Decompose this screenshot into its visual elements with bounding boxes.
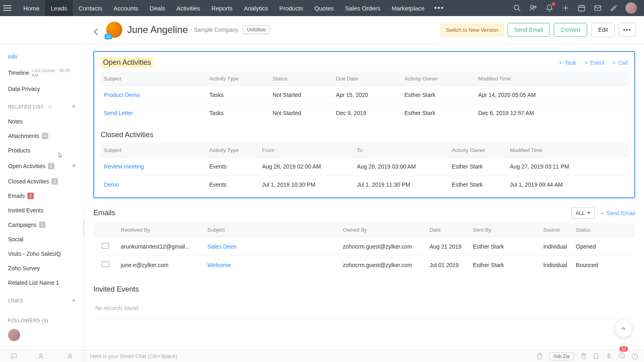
sidebar-open-activities[interactable]: Open Activities 2 + — [8, 158, 76, 174]
contacts-icon[interactable] — [38, 353, 45, 360]
add-event-button[interactable]: Event — [584, 60, 605, 66]
sidebar-social[interactable]: Social — [8, 232, 76, 247]
sidebar-emails[interactable]: Emails 2 — [8, 189, 76, 203]
person-icon[interactable] — [66, 353, 74, 360]
ask-zia-button[interactable]: Ask Zia — [549, 352, 574, 360]
mail-icon[interactable] — [593, 4, 602, 12]
table-cell-link[interactable]: Send Letter — [101, 104, 206, 122]
table-cell-link[interactable]: Welcome — [204, 256, 340, 274]
emails-table: Received BySubjectOwned ByDateSent BySou… — [93, 223, 635, 274]
sidebar-collapse-handle[interactable] — [83, 221, 85, 237]
topnav-leads[interactable]: Leads — [45, 0, 73, 16]
table-cell-link[interactable]: Demo — [101, 176, 206, 194]
clipboard-icon[interactable] — [536, 353, 543, 360]
send-email-button[interactable]: Send Email — [508, 23, 550, 37]
table-row[interactable]: Send LetterTasksNot StartedDec 9, 2019Es… — [101, 104, 628, 122]
history-icon[interactable] — [631, 353, 638, 360]
table-cell: Esther Stark — [470, 237, 540, 256]
sidebar-notes[interactable]: Notes — [8, 114, 76, 129]
table-row[interactable]: Review meetingEventsAug 28, 2019 02:00 A… — [101, 158, 628, 176]
add-call-button[interactable]: Call — [613, 60, 628, 66]
add-link-icon[interactable]: + — [72, 296, 76, 305]
sidebar-survey[interactable]: Zoho Survey — [8, 261, 76, 276]
switch-version-button[interactable]: Switch to New Version — [441, 24, 503, 36]
sidebar-invited-events[interactable]: Invited Events — [8, 203, 76, 218]
topnav-quotes[interactable]: Quotes — [309, 0, 339, 16]
pin-icon[interactable] — [605, 353, 613, 360]
table-cell-link[interactable]: Product Demo — [101, 86, 206, 104]
svg-point-2 — [530, 5, 533, 8]
sidebar-info[interactable]: Info — [8, 49, 76, 64]
column-header: Subject — [101, 72, 206, 86]
back-arrow-icon[interactable] — [92, 27, 101, 37]
topnav-contacts[interactable]: Contacts — [73, 0, 108, 16]
profile-avatar[interactable] — [625, 2, 637, 14]
table-cell: Dec 6, 2019 12:57 AM — [475, 104, 628, 122]
unfollow-button[interactable]: Unfollow — [243, 25, 270, 34]
bell-icon[interactable] — [545, 4, 554, 12]
lead-avatar[interactable]: 10 — [106, 22, 122, 38]
sidebar-followers-heading: FOLLOWERS (1) — [8, 308, 76, 327]
invited-events-empty: No records found — [93, 298, 635, 319]
closed-activities-header: Closed Activities — [101, 131, 628, 139]
add-open-activity-icon[interactable]: + — [72, 162, 76, 170]
add-task-button[interactable]: Task — [559, 60, 576, 66]
column-header: Activity Type — [206, 143, 259, 158]
sidebar-item-label: Campaigns — [8, 222, 37, 228]
table-cell-link[interactable]: Review meeting — [101, 158, 206, 176]
follower-avatar[interactable] — [8, 329, 20, 341]
chat-icon[interactable] — [10, 353, 18, 360]
sidebar-campaigns[interactable]: Campaigns 1 — [8, 218, 76, 232]
topnav-marketplace[interactable]: Marketplace — [386, 0, 430, 16]
sidebar-related-label: RELATED LIST — [8, 104, 44, 110]
chat-count-icon[interactable]: 20 — [618, 352, 625, 360]
table-cell: Esther Stark — [449, 158, 507, 176]
topnav-right — [513, 2, 641, 14]
table-row[interactable]: Product DemoTasksNot StartedApr 15, 2020… — [101, 86, 628, 104]
plus-icon[interactable] — [561, 4, 570, 12]
topnav-products[interactable]: Products — [274, 0, 309, 16]
svg-point-3 — [534, 6, 536, 8]
table-row[interactable]: june.e@zylker.comWelcomezohocrm.guest@zy… — [93, 256, 635, 274]
table-row[interactable]: DemoEventsJul 1, 2019 10:30 PMJul 1, 201… — [101, 176, 628, 194]
column-header: From — [259, 143, 354, 158]
emails-title: Emails — [93, 209, 115, 217]
sidebar-closed-activities[interactable]: Closed Activities 2 — [8, 174, 76, 189]
emails-header: Emails ALL Send Email — [93, 207, 635, 219]
table-cell: Tasks — [206, 104, 269, 122]
calendar-icon[interactable] — [577, 4, 586, 12]
table-cell-link[interactable]: Sales Dees — [204, 237, 340, 256]
topnav-accounts[interactable]: Accounts — [108, 0, 144, 16]
people-icon[interactable] — [529, 4, 538, 12]
sidebar-timeline[interactable]: Timeline Last Update : 05:05 AM — [8, 64, 76, 82]
edit-button[interactable]: Edit — [591, 23, 615, 37]
topnav-analytics[interactable]: Analytics — [238, 0, 274, 16]
smart-chat-input[interactable]: Here is your Smart Chat (Ctrl+Space) — [85, 353, 536, 359]
more-actions-button[interactable]: ••• — [619, 23, 636, 37]
sidebar-products[interactable]: Products — [8, 143, 76, 158]
topnav-home[interactable]: Home — [18, 0, 45, 16]
sidebar-links-label: LINKS — [8, 298, 23, 304]
bookmark-icon[interactable] — [592, 353, 600, 360]
topnav-reports[interactable]: Reports — [206, 0, 238, 16]
emails-filter-select[interactable]: ALL — [571, 207, 595, 219]
hamburger-icon[interactable] — [3, 5, 11, 11]
sidebar-visits[interactable]: Visits - Zoho SalesIQ — [8, 247, 76, 261]
topnav-activities[interactable]: Activities — [171, 0, 206, 16]
send-email-link[interactable]: Send Email — [601, 210, 635, 216]
search-icon[interactable] — [513, 4, 522, 12]
topnav-deals[interactable]: Deals — [144, 0, 171, 16]
sidebar-attachments[interactable]: Attachments 4 — [8, 129, 76, 143]
gear-icon[interactable] — [47, 104, 53, 110]
add-related-icon[interactable]: + — [72, 103, 76, 111]
scroll-top-button[interactable] — [615, 320, 632, 337]
convert-button[interactable]: Convert — [554, 23, 587, 37]
hand-icon[interactable] — [580, 353, 587, 360]
sidebar-data-privacy[interactable]: Data Privacy — [8, 82, 76, 96]
table-row[interactable]: arunkumarvtest12@gmail...Sales Deeszohoc… — [93, 237, 635, 256]
tools-icon[interactable] — [609, 4, 618, 12]
topnav-more-icon[interactable]: ••• — [430, 4, 448, 12]
topnav-sales-orders[interactable]: Sales Orders — [339, 0, 386, 16]
sidebar-custom1[interactable]: Related List Name 1 — [8, 276, 76, 290]
mail-row-icon — [93, 256, 118, 274]
